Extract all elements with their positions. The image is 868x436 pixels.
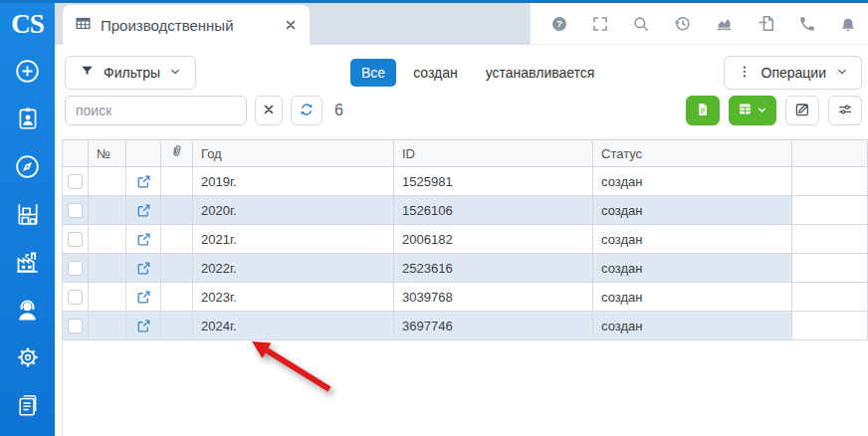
compass-icon (14, 153, 41, 184)
cell-id: 3039768 (394, 283, 593, 312)
result-count: 6 (334, 102, 343, 119)
header-spacer (792, 140, 868, 167)
status-tab-installing[interactable]: устанавливается (475, 59, 606, 87)
bell-icon[interactable] (839, 15, 857, 33)
status-tab-all[interactable]: Все (350, 59, 396, 87)
sidebar-item-documents[interactable] (14, 393, 42, 421)
history-icon[interactable] (673, 14, 692, 33)
row-checkbox[interactable] (68, 319, 83, 333)
sidebar-item-production[interactable] (14, 250, 42, 278)
warehouse-rack-icon (15, 201, 41, 231)
row-checkbox[interactable] (68, 290, 83, 305)
table-icon (738, 101, 755, 120)
cell-status: создан (593, 225, 792, 254)
app-window: CS (0, 0, 868, 436)
svg-text:?: ? (556, 18, 562, 29)
external-link-icon[interactable] (136, 319, 151, 333)
kebab-menu-icon (738, 64, 752, 83)
cell-year: 2019г. (193, 167, 394, 196)
sidebar-item-settings[interactable] (14, 345, 42, 373)
tab-production[interactable]: Производственный (63, 5, 310, 45)
refresh-icon (299, 102, 315, 120)
header-status[interactable]: Статус (593, 140, 792, 167)
search-icon[interactable] (632, 15, 650, 33)
file-icon (695, 102, 711, 120)
top-accent-strip (0, 0, 868, 3)
external-link-icon[interactable] (136, 203, 151, 218)
table-grid-icon (75, 15, 92, 36)
filters-button-label: Фильтры (104, 65, 160, 81)
contact-card-icon (15, 106, 41, 135)
export-file-button[interactable] (686, 96, 720, 125)
cell-year: 2020г. (193, 196, 394, 225)
app-logo: CS (0, 3, 55, 45)
export-document-icon[interactable] (757, 14, 775, 33)
sidebar-item-navigator[interactable] (14, 154, 42, 182)
documents-icon (15, 392, 41, 422)
cell-status: создан (593, 196, 792, 225)
funnel-icon (80, 64, 95, 82)
header-num[interactable]: № (89, 140, 126, 167)
tab-title: Производственный (101, 17, 275, 34)
edit-pencil-icon (794, 102, 810, 120)
cell-id: 2523616 (394, 254, 593, 283)
cell-status: создан (593, 254, 792, 283)
support-agent-icon (14, 297, 41, 327)
chart-icon[interactable] (715, 14, 734, 33)
fullscreen-icon[interactable] (591, 15, 609, 33)
cell-id: 1526106 (394, 196, 593, 225)
topbar-icons: ? (530, 3, 868, 45)
help-icon[interactable]: ? (550, 15, 568, 33)
filter-row: Фильтры Все создан устанавливается Опера… (65, 56, 862, 90)
table-view-button[interactable] (729, 96, 776, 125)
sidebar-item-support[interactable] (14, 298, 42, 326)
column-settings-button[interactable] (828, 96, 862, 125)
row-checkbox[interactable] (68, 232, 83, 247)
clear-search-button[interactable] (255, 96, 283, 125)
filters-button[interactable]: Фильтры (65, 56, 196, 90)
row-checkbox[interactable] (68, 261, 83, 276)
external-link-icon[interactable] (136, 174, 151, 189)
grid-toolbar (686, 96, 862, 125)
table-header-row: № Год ID Статус (63, 140, 868, 167)
header-year[interactable]: Год (193, 140, 394, 167)
table-row[interactable]: 2022г. 2523616 создан (63, 254, 868, 283)
cell-year: 2021г. (193, 225, 394, 254)
gear-icon (15, 344, 41, 374)
header-select (63, 140, 89, 167)
sidebar-nav (0, 45, 55, 421)
table-row[interactable]: 2020г. 1526106 создан (63, 196, 868, 225)
factory-icon (14, 249, 41, 280)
table-row[interactable]: 2021г. 2006182 создан (63, 225, 868, 254)
header-attachment (161, 140, 193, 167)
sidebar-item-warehouse[interactable] (14, 202, 42, 230)
sidebar-item-contacts[interactable] (14, 107, 42, 134)
edit-button[interactable] (785, 96, 819, 125)
table-row[interactable]: 2024г. 3697746 создан (63, 312, 868, 340)
chevron-down-icon (836, 65, 848, 81)
cell-status: создан (593, 312, 792, 340)
cell-id: 1525981 (394, 167, 593, 196)
header-id[interactable]: ID (394, 140, 593, 167)
operations-button[interactable]: Операции (724, 56, 863, 90)
table-row[interactable]: 2023г. 3039768 создан (63, 283, 868, 312)
external-link-icon[interactable] (136, 261, 151, 276)
phone-icon[interactable] (798, 15, 816, 33)
row-checkbox[interactable] (68, 203, 83, 218)
external-link-icon[interactable] (136, 290, 151, 305)
row-checkbox[interactable] (68, 174, 83, 189)
cell-id: 3697746 (394, 312, 593, 340)
status-tab-created[interactable]: создан (402, 59, 469, 87)
chevron-down-icon (169, 65, 181, 81)
close-icon[interactable] (284, 18, 298, 32)
cell-status: создан (593, 167, 792, 196)
sidebar-item-add[interactable] (14, 59, 42, 87)
table-row[interactable]: 2019г. 1525981 создан (63, 167, 868, 196)
chevron-down-icon (757, 104, 767, 118)
refresh-button[interactable] (291, 96, 323, 125)
cell-year: 2022г. (193, 254, 394, 283)
cell-id: 2006182 (394, 225, 593, 254)
plus-circle-icon (14, 58, 41, 89)
search-input[interactable] (65, 96, 247, 125)
external-link-icon[interactable] (136, 232, 151, 247)
